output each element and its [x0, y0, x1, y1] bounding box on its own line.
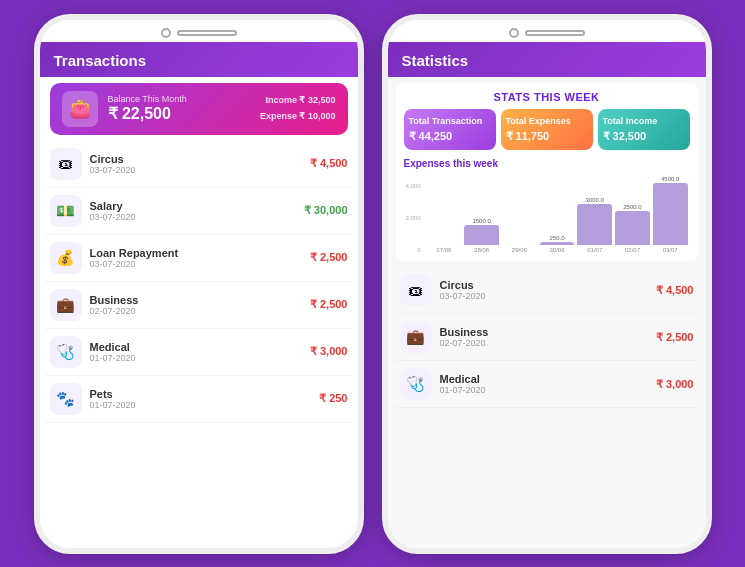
- tx-name: Medical: [90, 341, 310, 353]
- tx-amount: ₹ 30,000: [304, 204, 348, 217]
- bar-date-label: 27/06: [436, 247, 451, 253]
- expense-line: Expense ₹ 10,000: [260, 109, 336, 124]
- tx-name: Circus: [440, 279, 656, 291]
- speaker-bar-right: [525, 30, 585, 36]
- tx-icon: 🩺: [50, 336, 82, 368]
- tx-details: Salary 03-07-2020: [90, 200, 304, 222]
- bar-date-label: 03/07: [663, 247, 678, 253]
- list-item[interactable]: 💰 Loan Repayment 03-07-2020 ₹ 2,500: [46, 235, 352, 282]
- tx-icon: 💰: [50, 242, 82, 274]
- tx-name: Pets: [90, 388, 320, 400]
- tx-icon: 💼: [400, 321, 432, 353]
- y-axis-label: 4,000: [406, 183, 421, 189]
- tx-name: Business: [90, 294, 310, 306]
- bar-date-label: 30/06: [550, 247, 565, 253]
- tx-date: 02-07-2020: [90, 306, 310, 316]
- stat-card: Total Expenses ₹ 11,750: [501, 109, 593, 151]
- tx-amount: ₹ 2,500: [656, 331, 694, 344]
- tx-details: Pets 01-07-2020: [90, 388, 320, 410]
- balance-info: Balance This Month ₹ 22,500: [108, 94, 260, 123]
- stats-week-label: STATS THIS WEEK: [404, 91, 690, 103]
- balance-amount: ₹ 22,500: [108, 104, 260, 123]
- stats-transactions-list: 🎟 Circus 03-07-2020 ₹ 4,500 💼 Business 0…: [388, 267, 706, 408]
- transactions-phone: Transactions 👛 Balance This Month ₹ 22,5…: [34, 14, 364, 554]
- bar-date-label: 01/07: [587, 247, 602, 253]
- bar-value-label: 2500.0: [623, 204, 641, 210]
- bar-rect: [653, 183, 688, 245]
- statistics-phone: Statistics STATS THIS WEEK Total Transac…: [382, 14, 712, 554]
- tx-icon: 🎟: [50, 148, 82, 180]
- list-item[interactable]: 🐾 Pets 01-07-2020 ₹ 250: [46, 376, 352, 423]
- stats-cards: Total Transaction ₹ 44,250 Total Expense…: [404, 109, 690, 151]
- stat-card: Total Transaction ₹ 44,250: [404, 109, 496, 151]
- bar-col: 1500.028/06: [464, 218, 499, 254]
- stat-card-title: Total Expenses: [506, 115, 588, 128]
- tx-date: 01-07-2020: [90, 353, 310, 363]
- bar-date-label: 28/06: [474, 247, 489, 253]
- stats-content: STATS THIS WEEK Total Transaction ₹ 44,2…: [388, 77, 706, 548]
- list-item[interactable]: 💼 Business 02-07-2020 ₹ 2,500: [46, 282, 352, 329]
- tx-date: 01-07-2020: [90, 400, 320, 410]
- tx-name: Circus: [90, 153, 310, 165]
- balance-label: Balance This Month: [108, 94, 260, 104]
- tx-name: Business: [440, 326, 656, 338]
- statistics-title: Statistics: [402, 52, 692, 69]
- bar-col: 4500.003/07: [653, 176, 688, 253]
- tx-details: Loan Repayment 03-07-2020: [90, 247, 310, 269]
- tx-details: Circus 03-07-2020: [90, 153, 310, 175]
- wallet-icon: 👛: [62, 91, 98, 127]
- bar-col: 29/06: [502, 244, 537, 253]
- bar-value-label: 4500.0: [661, 176, 679, 182]
- y-axis: 4,0002,0000: [406, 183, 421, 253]
- stat-card: Total Income ₹ 32,500: [598, 109, 690, 151]
- tx-details: Business 02-07-2020: [90, 294, 310, 316]
- stat-card-value: ₹ 44,250: [409, 129, 491, 144]
- tx-date: 03-07-2020: [90, 212, 304, 222]
- bar-value-label: 1500.0: [472, 218, 490, 224]
- bar-col: 250.030/06: [540, 235, 575, 253]
- tx-details: Circus 03-07-2020: [440, 279, 656, 301]
- tx-amount: ₹ 2,500: [310, 298, 348, 311]
- list-item[interactable]: 💵 Salary 03-07-2020 ₹ 30,000: [46, 188, 352, 235]
- stat-card-value: ₹ 11,750: [506, 129, 588, 144]
- bar-col: 27/06: [427, 244, 462, 253]
- list-item[interactable]: 🎟 Circus 03-07-2020 ₹ 4,500: [396, 267, 698, 314]
- tx-icon: 💼: [50, 289, 82, 321]
- tx-details: Medical 01-07-2020: [440, 373, 656, 395]
- tx-amount: ₹ 3,000: [656, 378, 694, 391]
- bar-chart-inner: 27/061500.028/0629/06250.030/063000.001/…: [427, 183, 688, 253]
- tx-amount: ₹ 4,500: [310, 157, 348, 170]
- list-item[interactable]: 💼 Business 02-07-2020 ₹ 2,500: [396, 314, 698, 361]
- tx-amount: ₹ 2,500: [310, 251, 348, 264]
- tx-icon: 🩺: [400, 368, 432, 400]
- tx-icon: 🐾: [50, 383, 82, 415]
- list-item[interactable]: 🩺 Medical 01-07-2020 ₹ 3,000: [396, 361, 698, 408]
- tx-date: 01-07-2020: [440, 385, 656, 395]
- stats-chart-area: STATS THIS WEEK Total Transaction ₹ 44,2…: [396, 83, 698, 262]
- tx-details: Business 02-07-2020: [440, 326, 656, 348]
- balance-card: 👛 Balance This Month ₹ 22,500 Income ₹ 3…: [50, 83, 348, 135]
- camera-dot-left: [161, 28, 171, 38]
- stat-card-value: ₹ 32,500: [603, 129, 685, 144]
- list-item[interactable]: 🎟 Circus 03-07-2020 ₹ 4,500: [46, 141, 352, 188]
- expenses-this-week-label: Expenses this week: [404, 158, 690, 169]
- bar-rect: [464, 225, 499, 246]
- tx-icon: 🎟: [400, 274, 432, 306]
- transactions-list: 🎟 Circus 03-07-2020 ₹ 4,500 💵 Salary 03-…: [40, 141, 358, 548]
- tx-name: Medical: [440, 373, 656, 385]
- bar-col: 2500.002/07: [615, 204, 650, 253]
- tx-icon: 💵: [50, 195, 82, 227]
- tx-amount: ₹ 4,500: [656, 284, 694, 297]
- tx-date: 03-07-2020: [90, 165, 310, 175]
- income-expense-summary: Income ₹ 32,500 Expense ₹ 10,000: [260, 93, 336, 124]
- transactions-header: Transactions: [40, 42, 358, 77]
- phone-top-bar-left: [40, 20, 358, 42]
- income-line: Income ₹ 32,500: [260, 93, 336, 108]
- tx-details: Medical 01-07-2020: [90, 341, 310, 363]
- camera-dot-right: [509, 28, 519, 38]
- tx-date: 03-07-2020: [90, 259, 310, 269]
- tx-amount: ₹ 3,000: [310, 345, 348, 358]
- list-item[interactable]: 🩺 Medical 01-07-2020 ₹ 3,000: [46, 329, 352, 376]
- bar-date-label: 02/07: [625, 247, 640, 253]
- tx-date: 02-07-2020: [440, 338, 656, 348]
